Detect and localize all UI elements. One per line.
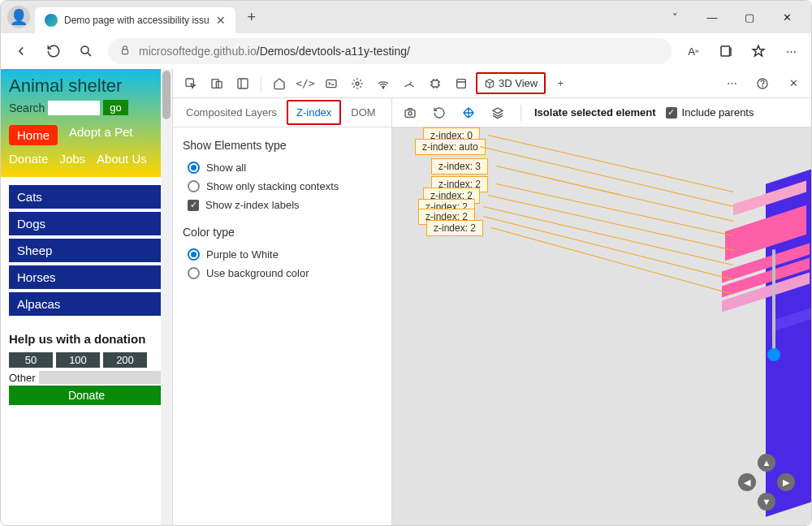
opt-show-stacking[interactable]: Show only stacking contexts — [183, 177, 382, 196]
profile-icon[interactable]: 👤 — [7, 6, 30, 28]
devtools: </> 3D View + ⋯ ✕ Composited Layers — [173, 69, 811, 526]
network-icon[interactable] — [372, 72, 395, 95]
edge-favicon — [45, 14, 58, 27]
read-aloud-icon[interactable]: A» — [683, 41, 704, 62]
donation-section: Help us with a donation 50 100 200 Other… — [1, 324, 172, 413]
dock-icon[interactable] — [231, 72, 254, 95]
browser-titlebar: 👤 Demo page with accessibility issu ✕ + … — [1, 1, 811, 33]
nav-jobs[interactable]: Jobs — [59, 152, 85, 166]
svg-rect-11 — [432, 80, 438, 87]
include-parents-checkbox[interactable]: ✓Include parents — [666, 106, 754, 119]
nav-donate[interactable]: Donate — [9, 152, 48, 166]
radio-icon — [188, 248, 200, 261]
amount-200[interactable]: 200 — [103, 352, 147, 368]
elements-icon[interactable]: </> — [294, 72, 317, 95]
site-info-icon[interactable] — [119, 45, 131, 58]
opt-show-all[interactable]: Show all — [183, 158, 382, 177]
inspect-icon[interactable] — [179, 72, 202, 95]
new-tab-button[interactable]: + — [240, 6, 263, 28]
collections-icon[interactable] — [715, 41, 736, 62]
sidenav-horses[interactable]: Horses — [9, 265, 164, 289]
sidenav-cats[interactable]: Cats — [9, 185, 164, 209]
device-icon[interactable] — [205, 72, 228, 95]
other-amount-input[interactable] — [39, 371, 173, 384]
zoom-slider-thumb[interactable] — [767, 348, 780, 361]
omnibox[interactable]: microsoftedge.github.io/Demos/devtools-a… — [108, 38, 672, 64]
search-input[interactable] — [48, 101, 100, 115]
amount-100[interactable]: 100 — [56, 352, 100, 368]
3d-stage[interactable]: z-index: 0z-index: autoz-index: 3z-index… — [392, 127, 811, 526]
tab-3d-view[interactable]: 3D View — [476, 72, 546, 94]
zindex-label: z-index: 3 — [431, 158, 488, 175]
nav-left-button[interactable]: ◀ — [738, 473, 756, 491]
sources-icon[interactable] — [346, 72, 369, 95]
search-button[interactable] — [76, 41, 97, 62]
zoom-slider-track[interactable] — [772, 249, 775, 355]
nav-up-button[interactable]: ▲ — [758, 454, 775, 472]
cube-icon — [484, 78, 495, 89]
retake-icon[interactable] — [430, 103, 449, 123]
welcome-icon[interactable] — [268, 72, 291, 95]
favorite-icon[interactable] — [748, 41, 769, 62]
close-icon[interactable]: ✕ — [216, 14, 226, 27]
isolate-label: Isolate selected element — [534, 106, 656, 119]
devtools-more-icon[interactable]: ⋯ — [720, 72, 743, 95]
go-button[interactable]: go — [103, 100, 127, 115]
url-text: microsoftedge.github.io/Demos/devtools-a… — [139, 45, 410, 58]
opt-bg-color[interactable]: Use background color — [183, 264, 382, 282]
application-icon[interactable] — [450, 72, 473, 95]
memory-icon[interactable] — [424, 72, 447, 95]
sidenav-alpacas[interactable]: Alpacas — [9, 292, 164, 316]
donate-button[interactable]: Donate — [9, 386, 164, 405]
amount-50[interactable]: 50 — [9, 352, 53, 368]
3d-canvas[interactable]: Isolate selected element ✓Include parent… — [392, 98, 811, 526]
close-window-button[interactable]: ✕ — [769, 5, 805, 29]
pan-icon[interactable] — [459, 103, 478, 123]
minimize-button[interactable]: — — [694, 5, 730, 29]
page-scrollbar[interactable] — [161, 69, 172, 526]
zindex-panel: Show Elements type Show all Show only st… — [173, 127, 391, 294]
leader-line — [483, 216, 733, 280]
nav-home[interactable]: Home — [9, 125, 58, 145]
color-type-heading: Color type — [183, 226, 382, 239]
refresh-button[interactable] — [43, 41, 64, 62]
layers-icon[interactable] — [488, 103, 508, 123]
svg-rect-1 — [123, 49, 128, 54]
leader-line — [488, 135, 733, 192]
checkbox-icon: ✓ — [666, 107, 677, 119]
help-icon[interactable] — [751, 72, 774, 95]
subtab-composited[interactable]: Composited Layers — [178, 101, 285, 123]
svg-rect-2 — [721, 46, 730, 56]
zindex-label: z-index: 2 — [426, 220, 483, 236]
checkbox-icon: ✓ — [188, 200, 199, 211]
screenshot-icon[interactable] — [400, 103, 420, 123]
subtab-zindex[interactable]: Z-index — [287, 100, 341, 125]
other-label: Other — [9, 372, 36, 384]
tab-3d-view-label: 3D View — [499, 77, 538, 89]
nav-right-button[interactable]: ▶ — [777, 473, 795, 491]
svg-rect-16 — [405, 110, 415, 117]
subtab-dom[interactable]: DOM — [343, 101, 383, 123]
nav-about[interactable]: About Us — [97, 152, 147, 166]
more-menu-icon[interactable]: ⋯ — [780, 41, 801, 62]
close-devtools-button[interactable]: ✕ — [782, 72, 805, 95]
nav-adopt[interactable]: Adopt a Pet — [69, 125, 132, 145]
canvas-toolbar: Isolate selected element ✓Include parent… — [392, 98, 811, 127]
opt-purple[interactable]: Purple to White — [183, 245, 382, 264]
sidenav-sheep[interactable]: Sheep — [9, 239, 164, 262]
nav-pad: ▲ ▼ ◀ ▶ — [738, 454, 795, 511]
back-button[interactable] — [11, 41, 32, 62]
radio-icon — [188, 180, 200, 192]
devtools-tabbar: </> 3D View + ⋯ ✕ — [173, 69, 811, 98]
leader-line — [496, 166, 733, 222]
nav-down-button[interactable]: ▼ — [758, 493, 775, 511]
donation-heading: Help us with a donation — [9, 332, 164, 346]
maximize-button[interactable]: ▢ — [732, 5, 767, 29]
opt-show-labels[interactable]: ✓Show z-index labels — [183, 196, 382, 214]
sidenav-dogs[interactable]: Dogs — [9, 212, 164, 235]
performance-icon[interactable] — [398, 72, 421, 95]
browser-tab[interactable]: Demo page with accessibility issu ✕ — [35, 7, 235, 33]
tab-actions-chevron-icon[interactable]: ˅ — [657, 5, 693, 29]
console-icon[interactable] — [320, 72, 343, 95]
more-tabs-button[interactable]: + — [549, 72, 572, 95]
